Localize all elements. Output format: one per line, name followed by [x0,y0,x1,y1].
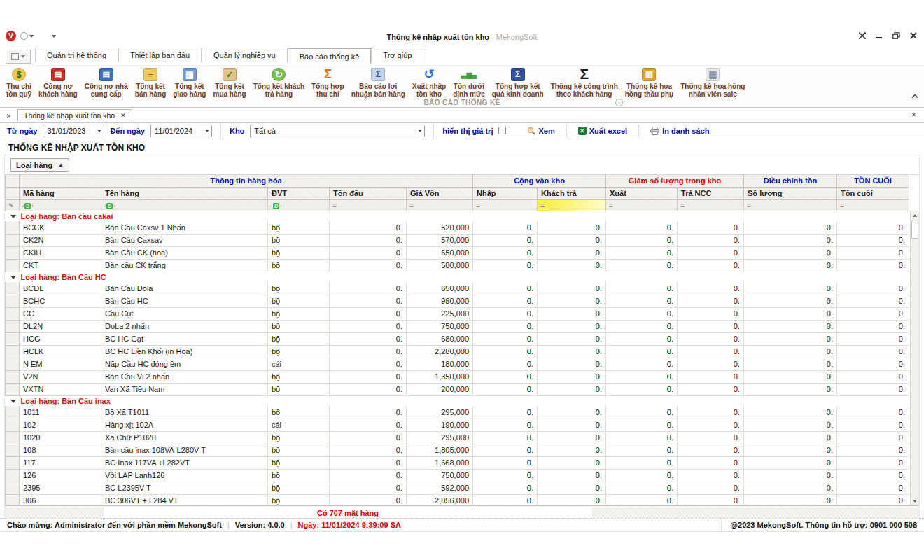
filter-cell-7[interactable]: = [606,199,678,211]
table-row[interactable]: BCHCBàn Cầu HCbộ0.980,0000.0.0.0.0.0. [6,295,909,307]
cell-tồn-cuối: 0. [837,419,909,431]
ribbon-layout-button[interactable] [6,50,31,64]
table-row[interactable]: 1011Bộ Xã T1011bộ0.295,0000.0.0.0.0.0. [6,406,909,419]
ribbon-button-6[interactable]: ↻Tổng kết khách trả hàng [250,66,308,99]
show-values-checkbox[interactable] [498,127,506,134]
ribbon-button-1[interactable]: ▤Công nợ khách hàng [35,66,81,99]
view-button[interactable]: Xem [524,125,557,136]
cell-số-lượng: 0. [744,358,837,370]
table-row[interactable]: CCCầu Cụtbộ0.225,0000.0.0.0.0.0. [6,307,909,320]
table-row[interactable]: BCDLBàn Cầu Dolabộ0.650,0000.0.0.0.0.0. [6,282,909,295]
column-header-0[interactable]: Mã hàng [20,187,102,199]
column-header-10[interactable]: Tồn cuối [837,187,909,199]
filter-cell-0[interactable]: ‹D› [20,199,102,211]
band-header-1[interactable]: Cộng vào kho [473,175,606,187]
filter-cell-6[interactable]: = [538,199,606,211]
filter-cell-2[interactable]: ‹D› [268,199,330,211]
column-header-7[interactable]: Xuất [606,187,678,199]
ribbon-button-0[interactable]: $Thu chi tồn quỹ [3,66,35,99]
column-header-2[interactable]: ĐVT [268,187,330,199]
ribbon-button-14[interactable]: ▦Thống kê hoa hồng nhân viên sale [677,66,748,99]
cell-giá-vốn: 580,000 [407,259,473,272]
restore-button[interactable] [892,32,900,39]
band-header-4[interactable]: TỒN CUỐI [837,175,909,187]
band-header-2[interactable]: Giảm số lượng trong kho [606,175,744,187]
ribbon-button-8[interactable]: ΣBáo cáo lợi nhuận bán hàng [348,66,409,99]
table-row[interactable]: DL2NDoLa 2 nhấnbộ0.750,0000.0.0.0.0.0. [6,320,909,332]
ribbon-tab-1[interactable]: Thiết lập ban đầu [118,48,202,62]
table-row[interactable]: 1020Xã Chữ P1020bộ0.295,0000.0.0.0.0.0. [6,431,909,444]
group-row-2[interactable]: Loại hàng: Bàn Cầu inax [6,396,909,406]
table-row[interactable]: HCLKBC HC Liền Khối (in Hoa)bộ0.2,280,00… [6,345,909,358]
group-row-1[interactable]: Loại hàng: Bàn Cầu HC [6,272,909,282]
ribbon-collapse-button[interactable] [911,92,918,100]
scroll-up-button[interactable] [911,211,919,220]
warehouse-select[interactable]: Tất cả [250,125,425,137]
group-row-0[interactable]: Loại hàng: Bàn cầu cakai [6,211,909,221]
table-row[interactable]: 108Bàn cầu inax 108VA-L280V Tbộ0.1,805,0… [6,444,909,456]
print-list-button[interactable]: In danh sách [648,125,712,136]
table-row[interactable]: CKTBàn cầu CK trắngbộ0.580,0000.0.0.0.0.… [6,259,909,272]
table-row[interactable]: BCCKBàn Cầu Caxsv 1 Nhấnbộ0.520,0000.0.0… [6,221,909,234]
filter-cell-10[interactable]: = [837,199,909,211]
scroll-down-button[interactable] [911,496,919,505]
ribbon-button-12[interactable]: ΣThống kê công trình theo khách hàng [547,66,622,99]
ribbon-tab-3[interactable]: Báo cáo thống kê [288,48,372,64]
group-dialog-launcher-icon[interactable]: › [615,99,623,106]
table-row[interactable]: 102Hàng xịt 102Acái0.190,0000.0.0.0.0.0. [6,419,909,431]
ribbon-tab-0[interactable]: Quản trị hệ thống [35,48,118,62]
cell-nhập: 0. [473,234,538,246]
document-tab-active[interactable]: Thống kê nhập xuất tồn kho ✕ [18,109,132,122]
filter-cell-1[interactable]: ‹D› [102,199,268,211]
filter-cell-3[interactable]: = [330,199,407,211]
pin-window-button[interactable] [859,32,866,39]
band-header-0[interactable]: Thông tin hàng hóa [20,175,473,187]
ribbon-tab-2[interactable]: Quản lý nghiệp vụ [202,48,288,62]
ribbon-button-4[interactable]: ▦Tổng kết giao hàng [169,66,209,99]
ribbon-tab-4[interactable]: Trợ giúp [371,48,424,62]
export-excel-button[interactable]: X Xuất excel [575,125,630,136]
filter-cell-9[interactable]: = [744,199,837,211]
ribbon-button-13[interactable]: ▥Thống kê hoa hồng thầu phụ [622,66,677,99]
close-all-tabs-button[interactable]: ✕ [3,111,15,122]
column-header-3[interactable]: Tồn đầu [330,187,407,199]
close-document-button[interactable]: ✕ [908,109,920,120]
layout-icon [11,53,19,60]
column-header-4[interactable]: Giá Vốn [407,187,473,199]
filter-cell-8[interactable]: = [678,199,744,211]
ribbon-button-9[interactable]: ↺Xuất nhập tồn kho [409,66,449,99]
column-header-9[interactable]: Số lượng [744,187,837,199]
column-header-5[interactable]: Nhập [473,187,538,199]
vertical-scrollbar[interactable] [910,211,919,505]
column-header-6[interactable]: Khách trả [538,187,606,199]
table-row[interactable]: 126Vòi LAP Lạnh126bộ0.750,0000.0.0.0.0.0… [6,469,909,482]
table-row[interactable]: N ÊMNắp Cầu HC đóng êmcái0.180,0000.0.0.… [6,358,909,370]
from-date-input[interactable]: 31/01/2023 [43,125,104,137]
table-row[interactable]: CK2NBàn Cầu Caxsavbộ0.570,0000.0.0.0.0.0… [6,234,909,246]
table-row[interactable]: V2NBàn Cầu Vi 2 nhấnbộ0.1,350,0000.0.0.0… [6,370,909,383]
table-row[interactable]: 117BC Inax 117VA +L282VTbộ0.1,668,0000.0… [6,456,909,469]
ribbon-button-11[interactable]: ΣTổng hợp kết quả kinh doanh [489,66,547,99]
table-row[interactable]: HCGBC HC Gạtbộ0.680,0000.0.0.0.0.0. [6,332,909,345]
filter-cell-5[interactable]: = [473,199,538,211]
close-button[interactable] [910,32,917,39]
ribbon-button-2[interactable]: ▤Công nợ nhà cung cấp [81,66,132,99]
ribbon-button-10[interactable]: ▃▆▄Tồn dưới định mức [449,66,489,99]
table-row[interactable]: 2395BC L2395V Tbộ0.592,0000.0.0.0.0.0. [6,482,909,494]
group-by-chip-label: Loại hàng [16,161,52,169]
minimize-button[interactable] [876,32,883,39]
tab-close-icon[interactable]: ✕ [120,112,126,119]
filter-cell-4[interactable]: = [407,199,473,211]
to-date-input[interactable]: 11/01/2024 [150,125,212,137]
group-by-chip[interactable]: Loại hàng ▲ [10,158,69,172]
ribbon-button-5[interactable]: ✓Tổng kết mua hàng [209,66,249,99]
scrollbar-thumb[interactable] [911,220,918,239]
ribbon-button-3[interactable]: ≡Tổng kết bán hàng [132,66,169,99]
column-header-1[interactable]: Tên hàng [102,187,268,199]
table-row[interactable]: VXTNVan Xã Tiểu Nambộ0.200,0000.0.0.0.0.… [6,383,909,396]
table-row[interactable]: 306BC 306VT + L284 VTbộ0.2,056,0000.0.0.… [6,494,909,505]
band-header-3[interactable]: Điều chỉnh tồn [744,175,837,187]
table-row[interactable]: CKIHBàn Cầu CK (hoa)bộ0.650,0000.0.0.0.0… [6,246,909,259]
ribbon-button-7[interactable]: ΣTổng hợp thu chi [308,66,348,99]
column-header-8[interactable]: Trả NCC [678,187,744,199]
